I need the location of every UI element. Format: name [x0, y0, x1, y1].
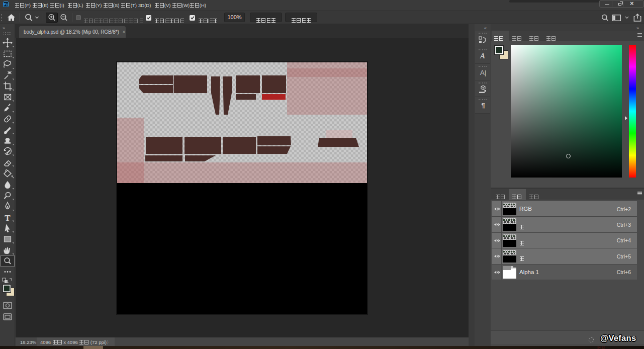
- svg-text:T: T: [5, 213, 11, 223]
